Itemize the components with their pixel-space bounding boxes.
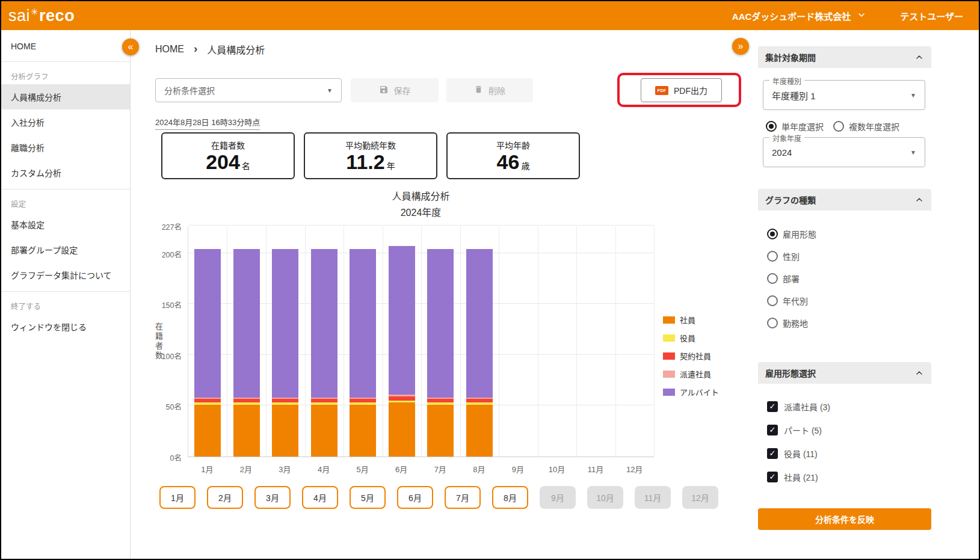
- chart-bar-1: [194, 249, 221, 457]
- chart-column-7: [421, 226, 460, 457]
- stat-value: 46: [497, 152, 520, 173]
- sidebar-item-2-1[interactable]: 部署グループ設定: [1, 237, 130, 262]
- graph-type-radio-3[interactable]: 年代別: [767, 295, 816, 307]
- year-mode-radio-0[interactable]: 単年度選択: [766, 120, 824, 132]
- stat-unit: 年: [387, 159, 395, 171]
- sidebar-item-2-2[interactable]: グラフデータ集計について: [1, 262, 130, 288]
- month-button-3[interactable]: 3月: [254, 486, 291, 509]
- sidebar-item-2-0[interactable]: 基本設定: [1, 212, 130, 237]
- apply-conditions-button[interactable]: 分析条件を反映: [758, 508, 931, 530]
- delete-button-label: 削除: [488, 84, 505, 96]
- stat-card-avg-age: 平均年齢 46 歳: [446, 132, 580, 179]
- sidebar-item-1-1[interactable]: 入社分析: [1, 109, 130, 135]
- radio-icon: [767, 318, 778, 328]
- graph-type-radio-2[interactable]: 部署: [767, 272, 816, 285]
- year-type-select[interactable]: 年度種別 年度種別 1 ▼: [763, 80, 925, 110]
- sidebar-collapse-button[interactable]: «: [122, 38, 139, 55]
- employment-checkbox-1[interactable]: ✓パート (5): [767, 424, 830, 436]
- checkbox-icon: ✓: [767, 448, 778, 459]
- checkbox-icon: ✓: [767, 425, 778, 435]
- sidebar-item-0-0[interactable]: HOME: [1, 35, 130, 58]
- stat-value-row: 11.2 年: [346, 152, 395, 173]
- stat-cards: 在籍者数 204 名 平均勤続年数 11.2 年 平均年齢 46 歳: [161, 132, 580, 179]
- legend-label: 派遣社員: [680, 368, 711, 380]
- x-axis-tick-label: 9月: [499, 463, 538, 475]
- chart-bar-segment: [311, 399, 337, 403]
- month-button-5[interactable]: 5月: [350, 486, 386, 509]
- gridline-horizontal: [188, 225, 654, 226]
- chart-bar-segment: [389, 246, 415, 395]
- stat-value-row: 204 名: [206, 152, 250, 173]
- month-buttons: 1月2月3月4月5月6月7月8月9月10月11月12月: [159, 486, 718, 509]
- sidebar-item-1-3[interactable]: カスタム分析: [1, 160, 130, 185]
- analysis-condition-select[interactable]: 分析条件選択 ▼: [155, 78, 342, 102]
- graph-type-radio-0[interactable]: 雇用形態: [767, 228, 816, 240]
- accordion-employment-title: 雇用形態選択: [765, 367, 816, 379]
- chart-column-4: [305, 226, 344, 457]
- accordion-period-title: 集計対象期間: [765, 51, 816, 63]
- chart-column-3: [266, 226, 305, 457]
- chart-bar-segment: [233, 249, 260, 398]
- panel-collapse-button[interactable]: »: [732, 38, 749, 55]
- graph-type-radio-4[interactable]: 勤務地: [767, 317, 816, 329]
- breadcrumb-home[interactable]: HOME: [155, 44, 184, 55]
- x-axis: 1月2月3月4月5月6月7月8月9月10月11月12月: [188, 463, 654, 475]
- chart-title: 人員構成分析: [188, 188, 654, 203]
- sidebar-item-3-0[interactable]: ウィンドウを閉じる: [1, 314, 130, 339]
- chevron-up-icon: [914, 195, 924, 205]
- target-year-label: 対象年度: [769, 133, 804, 143]
- stat-label: 平均勤続年数: [345, 139, 396, 151]
- legend-label: アルバイト: [680, 386, 719, 398]
- chart-bar-segment: [389, 396, 415, 401]
- radio-icon: [767, 295, 778, 306]
- sidebar-item-1-0[interactable]: 人員構成分析: [1, 84, 130, 109]
- radio-label: 複数年度選択: [849, 120, 899, 132]
- month-button-4[interactable]: 4月: [302, 486, 338, 509]
- x-axis-tick-label: 7月: [421, 463, 460, 475]
- chart-column-2: [227, 226, 267, 457]
- user-name[interactable]: テストユーザー: [900, 10, 963, 22]
- month-button-2[interactable]: 2月: [207, 486, 243, 509]
- trash-icon: [474, 85, 483, 96]
- chart-bar-segment: [233, 405, 260, 457]
- month-button-8[interactable]: 8月: [492, 486, 528, 509]
- chart-bar-segment: [466, 249, 493, 398]
- company-menu[interactable]: AACダッシュボード株式会社: [732, 10, 867, 22]
- month-button-7[interactable]: 7月: [445, 486, 481, 509]
- month-button-1[interactable]: 1月: [159, 486, 196, 509]
- chart-column-10: [538, 226, 577, 457]
- legend-label: 社員: [680, 314, 695, 325]
- chart-bar-segment: [350, 249, 376, 398]
- month-button-6[interactable]: 6月: [397, 486, 433, 509]
- accordion-graph-type[interactable]: グラフの種類: [758, 189, 931, 211]
- chevron-right-icon: ›: [194, 43, 197, 54]
- stat-value: 11.2: [346, 152, 384, 173]
- y-axis-tick-label: 200名: [162, 248, 182, 259]
- year-type-value: 年度種別 1: [772, 89, 816, 102]
- chart-bar-segment: [272, 249, 298, 398]
- year-mode-radio-1[interactable]: 複数年度選択: [833, 120, 899, 132]
- y-axis-tick-label: 150名: [162, 299, 182, 310]
- gridline-vertical: [654, 226, 655, 457]
- y-axis-tick-label: 227名: [162, 221, 182, 232]
- logo-text-prefix: sai: [8, 7, 30, 25]
- x-axis-tick-label: 10月: [537, 463, 576, 475]
- graph-type-radio-1[interactable]: 性別: [767, 250, 816, 262]
- target-year-select[interactable]: 対象年度 2024 ▼: [763, 137, 925, 167]
- employment-checkbox-3[interactable]: ✓社員 (21): [767, 471, 830, 483]
- x-axis-tick-label: 8月: [460, 463, 499, 475]
- chart-column-12: [615, 226, 655, 457]
- chart-bar-segment: [311, 249, 337, 398]
- sidebar-item-1-2[interactable]: 離職分析: [1, 135, 130, 160]
- radio-label: 勤務地: [783, 317, 808, 329]
- accordion-period[interactable]: 集計対象期間: [758, 46, 931, 68]
- radio-icon: [767, 229, 778, 239]
- accordion-employment[interactable]: 雇用形態選択: [758, 362, 931, 384]
- chart-bar-segment: [466, 405, 493, 457]
- chart-columns: [188, 226, 654, 457]
- pdf-export-button[interactable]: PDF PDF出力: [641, 78, 722, 102]
- employment-checkbox-0[interactable]: ✓派遣社員 (3): [767, 401, 830, 413]
- chart-bar-7: [427, 249, 454, 457]
- employment-checkbox-2[interactable]: ✓役員 (11): [767, 448, 830, 460]
- stat-card-avg-tenure: 平均勤続年数 11.2 年: [304, 132, 437, 179]
